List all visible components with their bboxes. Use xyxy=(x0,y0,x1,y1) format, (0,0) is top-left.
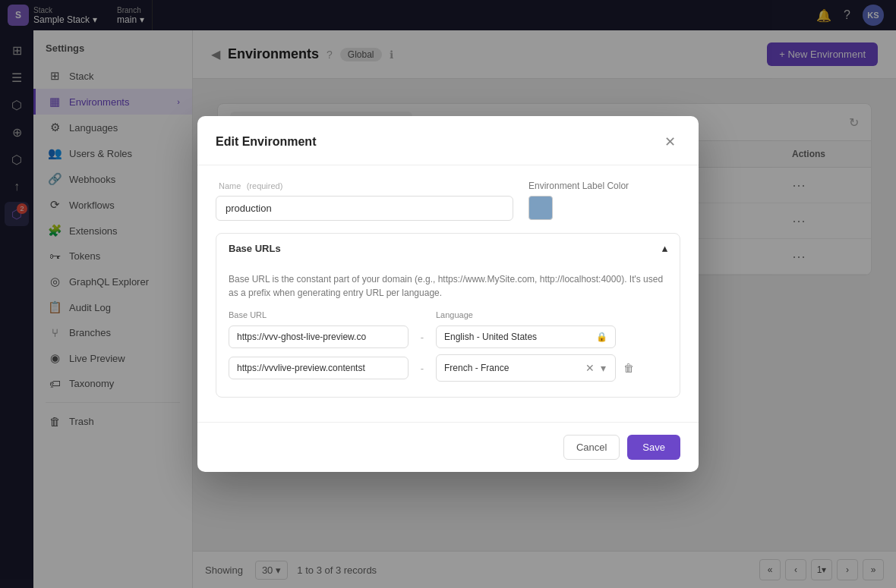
name-color-row: Name (required) Environment Label Color xyxy=(216,181,680,221)
url-separator-2: - xyxy=(415,363,430,374)
clear-language-button[interactable]: ✕ xyxy=(584,360,596,376)
cancel-button[interactable]: Cancel xyxy=(563,435,620,460)
save-button[interactable]: Save xyxy=(627,435,680,460)
base-urls-chevron-icon xyxy=(662,243,667,254)
modal-overlay: Edit Environment ✕ Name (required) Envir… xyxy=(0,0,896,588)
url-row-2: - French - France ✕ ▾ 🗑 xyxy=(229,354,667,382)
dropdown-language-button[interactable]: ▾ xyxy=(599,360,607,376)
modal-body: Name (required) Environment Label Color … xyxy=(197,165,699,422)
name-form-group: Name (required) xyxy=(216,181,513,221)
color-swatch[interactable] xyxy=(528,196,553,220)
color-label: Environment Label Color xyxy=(528,181,680,191)
url-row-1: - English - United States 🔒 xyxy=(229,325,667,348)
name-input[interactable] xyxy=(216,196,513,221)
url-input-2[interactable] xyxy=(229,357,409,379)
modal-close-button[interactable]: ✕ xyxy=(659,131,680,153)
base-urls-description: Base URL is the constant part of your do… xyxy=(229,272,667,300)
language-select-1[interactable]: English - United States 🔒 xyxy=(436,325,616,348)
modal-title: Edit Environment xyxy=(216,135,316,149)
edit-environment-modal: Edit Environment ✕ Name (required) Envir… xyxy=(197,116,699,472)
base-url-col-label: Base URL xyxy=(229,310,409,322)
language-select-2[interactable]: French - France ✕ ▾ xyxy=(436,354,616,382)
language-col-label: Language xyxy=(436,310,616,322)
color-form-group: Environment Label Color xyxy=(528,181,680,221)
modal-header: Edit Environment ✕ xyxy=(197,116,699,165)
base-urls-body: Base URL is the constant part of your do… xyxy=(216,263,680,397)
base-urls-section: Base URLs Base URL is the constant part … xyxy=(216,233,680,398)
name-label: Name (required) xyxy=(216,181,513,191)
url-input-1[interactable] xyxy=(229,325,409,348)
modal-footer: Cancel Save xyxy=(197,422,699,472)
delete-url-button[interactable]: 🗑 xyxy=(622,360,636,376)
url-separator-1: - xyxy=(415,332,430,343)
lock-icon: 🔒 xyxy=(596,332,607,342)
url-row-2-actions: 🗑 xyxy=(622,360,667,376)
base-urls-header[interactable]: Base URLs xyxy=(216,234,680,263)
